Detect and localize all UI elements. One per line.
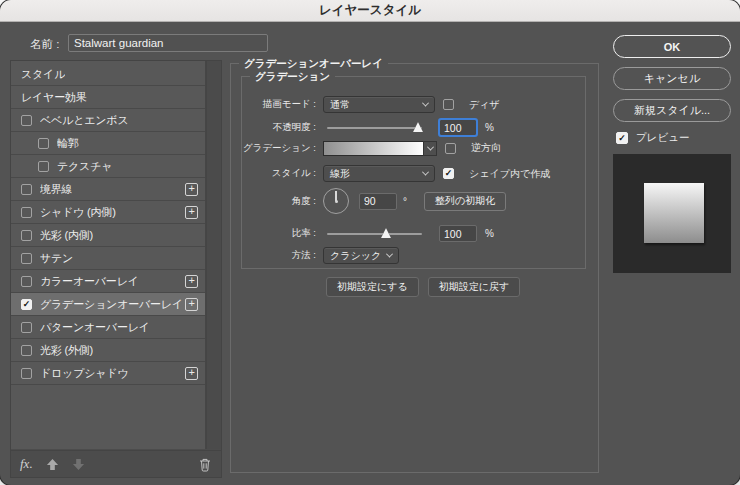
sidebar-item-gradient-overlay[interactable]: グラデーションオーバーレイ <box>11 293 205 316</box>
reset-default-button[interactable]: 初期設定に戻す <box>428 277 520 297</box>
angle-input[interactable] <box>359 193 397 210</box>
reverse-checkbox[interactable] <box>445 143 456 154</box>
checkbox-icon[interactable] <box>21 322 32 333</box>
name-label: 名前 : <box>30 37 59 52</box>
sidebar-item-texture[interactable]: テクスチャ <box>11 155 205 178</box>
plus-icon[interactable] <box>185 183 198 196</box>
checkbox-icon[interactable] <box>38 161 49 172</box>
ok-button[interactable]: OK <box>613 35 731 58</box>
sidebar-item-inner-glow[interactable]: 光彩 (内側) <box>11 224 205 247</box>
angle-unit: ° <box>403 196 407 207</box>
sidebar-item-label: 輪郭 <box>57 136 79 151</box>
cancel-button[interactable]: キャンセル <box>613 67 731 90</box>
style-name-input[interactable] <box>68 34 268 52</box>
checkbox-icon[interactable] <box>38 138 49 149</box>
dither-label: ディザ <box>469 98 500 112</box>
sidebar-item-drop-shadow[interactable]: ドロップシャドウ <box>11 362 205 385</box>
effects-sidebar: スタイル レイヤー効果 ベベルとエンボス 輪郭 テクスチャ 境界線 <box>10 60 222 478</box>
preview-checkbox-group[interactable]: プレビュー <box>616 131 689 145</box>
chevron-down-icon <box>422 100 429 107</box>
checkbox-checked-icon[interactable] <box>21 299 32 310</box>
style-label: スタイル : <box>242 167 316 180</box>
chevron-down-icon <box>426 143 433 150</box>
checkbox-icon[interactable] <box>21 207 32 218</box>
angle-center-dot-icon <box>335 200 338 203</box>
chevron-down-icon <box>422 169 429 176</box>
slider-thumb-icon[interactable] <box>413 122 423 132</box>
checkbox-icon[interactable] <box>21 276 32 287</box>
reverse-checkbox-group[interactable]: 逆方向 <box>445 141 501 155</box>
sidebar-item-label: スタイル <box>21 67 65 82</box>
checkbox-icon[interactable] <box>21 184 32 195</box>
titlebar[interactable]: レイヤースタイル <box>0 0 740 22</box>
plus-icon[interactable] <box>185 275 198 288</box>
scale-slider[interactable] <box>327 225 422 242</box>
trash-icon <box>198 457 212 472</box>
checkbox-icon[interactable] <box>21 253 32 264</box>
dialog-title: レイヤースタイル <box>319 2 421 19</box>
sidebar-item-satin[interactable]: サテン <box>11 247 205 270</box>
scale-input[interactable] <box>439 225 477 242</box>
sidebar-item-bevel-emboss[interactable]: ベベルとエンボス <box>11 109 205 132</box>
gradient-preview-bar[interactable] <box>323 141 423 156</box>
sidebar-item-stroke[interactable]: 境界線 <box>11 178 205 201</box>
scale-unit: % <box>485 228 494 239</box>
blend-mode-label: 描画モード : <box>242 98 316 111</box>
opacity-input[interactable] <box>439 119 477 136</box>
sidebar-item-label: 光彩 (外側) <box>40 343 93 358</box>
plus-icon[interactable] <box>185 298 198 311</box>
method-dropdown[interactable]: クラシック <box>323 247 399 264</box>
align-with-shape-checkbox[interactable] <box>443 168 454 179</box>
arrow-up-icon <box>46 458 59 471</box>
plus-icon[interactable] <box>185 367 198 380</box>
sidebar-item-color-overlay[interactable]: カラーオーバーレイ <box>11 270 205 293</box>
move-effect-down-button[interactable] <box>72 458 85 471</box>
sidebar-item-outer-glow[interactable]: 光彩 (外側) <box>11 339 205 362</box>
move-effect-up-button[interactable] <box>46 458 59 471</box>
sidebar-item-pattern-overlay[interactable]: パターンオーバーレイ <box>11 316 205 339</box>
sidebar-item-label: パターンオーバーレイ <box>40 320 150 335</box>
checkbox-icon[interactable] <box>21 345 32 356</box>
preview-thumbnail <box>613 154 731 273</box>
sidebar-item-label: ドロップシャドウ <box>40 366 128 381</box>
delete-effect-button[interactable] <box>198 457 212 472</box>
slider-track[interactable] <box>327 233 422 235</box>
angle-dial[interactable] <box>323 188 349 214</box>
slider-track[interactable] <box>327 127 422 129</box>
gradient-style-dropdown[interactable]: 線形 <box>323 165 435 182</box>
checkbox-icon[interactable] <box>21 230 32 241</box>
sidebar-item-styles[interactable]: スタイル <box>11 63 205 86</box>
align-with-shape-checkbox-group[interactable]: シェイプ内で作成 <box>443 167 550 181</box>
dither-checkbox[interactable] <box>443 99 454 110</box>
opacity-slider[interactable] <box>327 119 422 136</box>
dither-checkbox-group[interactable]: ディザ <box>443 98 500 112</box>
reset-alignment-button[interactable]: 整列の初期化 <box>424 192 506 211</box>
sidebar-item-label: サテン <box>40 251 73 266</box>
arrow-down-icon <box>72 458 85 471</box>
new-style-button[interactable]: 新規スタイル... <box>613 99 731 122</box>
sidebar-item-blending-options[interactable]: レイヤー効果 <box>11 86 205 109</box>
sidebar-item-label: レイヤー効果 <box>21 90 87 105</box>
gradient-picker[interactable] <box>323 141 437 156</box>
blend-mode-value: 通常 <box>330 98 350 112</box>
slider-thumb-icon[interactable] <box>381 228 391 238</box>
fx-menu-button[interactable]: fx <box>20 456 33 472</box>
make-default-button[interactable]: 初期設定にする <box>326 277 419 297</box>
opacity-label: 不透明度 : <box>242 121 316 134</box>
method-value: クラシック <box>330 249 381 263</box>
gradient-dropdown-button[interactable] <box>423 141 437 156</box>
sidebar-item-contour[interactable]: 輪郭 <box>11 132 205 155</box>
gradient-preview-swatch <box>644 183 704 243</box>
checkbox-icon[interactable] <box>21 115 32 126</box>
sidebar-item-label: 境界線 <box>40 182 72 197</box>
sidebar-item-label: グラデーションオーバーレイ <box>40 297 183 312</box>
preview-label: プレビュー <box>636 131 689 145</box>
blend-mode-dropdown[interactable]: 通常 <box>323 96 435 113</box>
opacity-unit: % <box>485 122 494 133</box>
sidebar-item-inner-shadow[interactable]: シャドウ (内側) <box>11 201 205 224</box>
checkbox-icon[interactable] <box>21 368 32 379</box>
plus-icon[interactable] <box>185 206 198 219</box>
sidebar-item-label: ベベルとエンボス <box>40 113 128 128</box>
sidebar-scrollbar[interactable] <box>206 61 221 449</box>
preview-checkbox[interactable] <box>616 132 628 144</box>
